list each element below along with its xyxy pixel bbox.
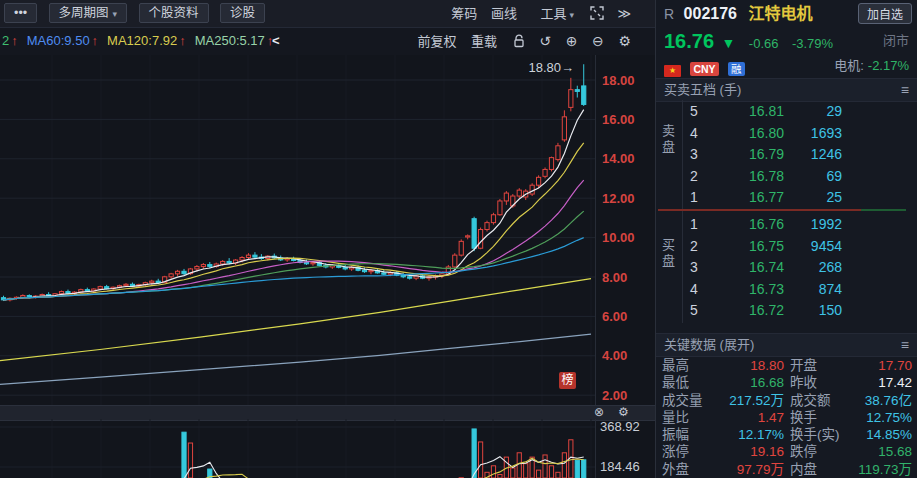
buy-sell-ratio-bar bbox=[658, 209, 906, 211]
stock-name: 江特电机 bbox=[748, 5, 812, 22]
volume-chart-canvas[interactable]: 368.92184.46 bbox=[0, 419, 655, 478]
buy-orders-list: 116.761992216.759454316.74268416.7387451… bbox=[656, 214, 917, 322]
order-volume: 69 bbox=[784, 166, 842, 188]
orderbook-row[interactable]: 516.8129 bbox=[656, 101, 917, 123]
stat-value: 17.42 bbox=[832, 374, 912, 391]
quote-panel: R 002176 江特电机 加自选 16.76 ▼ -0.66 -3.79% 闭… bbox=[655, 0, 917, 478]
stat-label: 成交额 bbox=[790, 392, 831, 409]
key-data-row: 最高18.80开盘17.70 bbox=[656, 357, 917, 374]
orderbook-row[interactable]: 116.761992 bbox=[656, 214, 917, 236]
diagnose-button[interactable]: 诊股 bbox=[220, 3, 265, 23]
settings-gear-icon[interactable]: ⚙ bbox=[618, 33, 631, 49]
order-price: 16.79 bbox=[706, 144, 784, 166]
collapse-legend-chevron[interactable]: < bbox=[272, 28, 280, 55]
price-row: 16.76 ▼ -0.66 -3.79% 闭市 bbox=[656, 27, 917, 55]
lock-icon[interactable] bbox=[513, 34, 525, 48]
order-volume: 1992 bbox=[784, 214, 842, 236]
orderbook-menu-icon[interactable]: ≡ bbox=[901, 79, 909, 101]
orderbook-row[interactable]: 316.791246 bbox=[656, 144, 917, 166]
order-volume: 268 bbox=[784, 257, 842, 279]
stat-label: 涨停 bbox=[662, 443, 689, 460]
sector-change: -2.17% bbox=[868, 58, 909, 73]
svg-text:4.00: 4.00 bbox=[602, 348, 627, 363]
key-data-row: 振幅12.17%换手(实)14.85% bbox=[656, 426, 917, 443]
order-level: 4 bbox=[684, 279, 704, 301]
stat-value: 12.17% bbox=[706, 426, 784, 443]
order-volume: 150 bbox=[784, 300, 842, 322]
margin-r-flag: R bbox=[664, 6, 674, 22]
svg-text:368.92: 368.92 bbox=[600, 419, 640, 434]
stat-label: 换手 bbox=[790, 409, 817, 426]
tools-menu-button[interactable]: 工具▾ bbox=[531, 6, 575, 21]
order-price: 16.80 bbox=[706, 123, 784, 145]
stat-value: 18.80 bbox=[706, 357, 784, 374]
svg-text:8.00: 8.00 bbox=[602, 270, 627, 285]
key-data-menu-icon[interactable]: ≡ bbox=[901, 334, 909, 356]
order-volume: 9454 bbox=[784, 236, 842, 258]
price-change: -0.66 bbox=[749, 36, 779, 51]
ma-legend-item: MA250:5.17 bbox=[195, 33, 265, 48]
key-data-row: 量比1.47换手12.75% bbox=[656, 409, 917, 426]
stat-label: 内盘 bbox=[790, 461, 817, 478]
fullscreen-icon[interactable] bbox=[590, 6, 604, 20]
stat-value: 97.79万 bbox=[706, 461, 784, 478]
svg-text:18.80→: 18.80→ bbox=[528, 60, 574, 75]
stock-app-window: ••• 多周期图▾ 个股资料 诊股 筹码 画线 工具▾ ≫ 2↑MA60:9.5… bbox=[0, 0, 917, 478]
svg-text:16.00: 16.00 bbox=[602, 112, 635, 127]
stat-value: 217.52万 bbox=[706, 392, 784, 409]
more-menu-button[interactable]: ••• bbox=[4, 3, 37, 23]
tools-label: 工具 bbox=[541, 6, 567, 21]
add-to-watchlist-button[interactable]: 加自选 bbox=[858, 3, 912, 24]
close-pane-icon[interactable]: ⊗ bbox=[594, 405, 604, 419]
badges-row: ★ CNY 融 电机:-2.17% bbox=[656, 57, 917, 77]
key-data-row: 最低16.68昨收17.42 bbox=[656, 374, 917, 391]
orderbook-row[interactable]: 516.72150 bbox=[656, 300, 917, 322]
price-change-percent: -3.79% bbox=[792, 36, 833, 51]
chip-distribution-button[interactable]: 筹码 bbox=[451, 6, 477, 21]
cn-flag-icon: ★ bbox=[664, 65, 681, 77]
chevron-down-icon: ▾ bbox=[570, 10, 575, 20]
margin-trading-badge: 融 bbox=[728, 62, 745, 76]
order-level: 1 bbox=[684, 187, 704, 209]
order-level: 5 bbox=[684, 101, 704, 123]
orderbook-row[interactable]: 316.74268 bbox=[656, 257, 917, 279]
key-data-header[interactable]: 关键数据 (展开) ≡ bbox=[656, 333, 917, 357]
multi-period-button[interactable]: 多周期图▾ bbox=[49, 3, 128, 23]
chart-tools-group: 筹码 画线 工具▾ ≫ bbox=[441, 0, 631, 27]
sell-orders-list: 516.8129416.801693316.791246216.7869116.… bbox=[656, 101, 917, 209]
reload-button[interactable]: 重载 bbox=[471, 34, 497, 49]
orderbook-header[interactable]: 买卖五档 (手) ≡ bbox=[656, 78, 917, 102]
undo-icon[interactable]: ↺ bbox=[539, 33, 551, 49]
key-data-row: 涨停19.16跌停15.68 bbox=[656, 443, 917, 460]
stock-info-button[interactable]: 个股资料 bbox=[139, 3, 209, 23]
pane-settings-gear-icon[interactable]: ⚙ bbox=[618, 405, 629, 419]
stat-label: 昨收 bbox=[790, 374, 817, 391]
orderbook-title: 买卖五档 (手) bbox=[664, 82, 741, 97]
draw-line-button[interactable]: 画线 bbox=[491, 6, 517, 21]
key-data-row: 成交量217.52万成交额38.76亿 bbox=[656, 392, 917, 409]
zoom-in-icon[interactable]: ⊕ bbox=[566, 33, 578, 49]
order-price: 16.74 bbox=[706, 257, 784, 279]
order-price: 16.76 bbox=[706, 214, 784, 236]
orderbook-row[interactable]: 216.7869 bbox=[656, 166, 917, 188]
stat-label: 开盘 bbox=[790, 357, 817, 374]
orderbook-row[interactable]: 416.801693 bbox=[656, 123, 917, 145]
multi-period-label: 多周期图 bbox=[59, 6, 109, 20]
orderbook-row[interactable]: 416.73874 bbox=[656, 279, 917, 301]
order-level: 1 bbox=[684, 214, 704, 236]
ma-legend: 2↑MA60:9.50↑MA120:7.92↑MA250:5.17↑ bbox=[2, 28, 282, 55]
order-level: 3 bbox=[684, 144, 704, 166]
order-level: 5 bbox=[684, 300, 704, 322]
zoom-out-icon[interactable]: ⊖ bbox=[592, 33, 604, 49]
sector-quote[interactable]: 电机:-2.17% bbox=[834, 57, 909, 75]
more-panels-icon[interactable]: ≫ bbox=[617, 6, 631, 21]
rank-badge[interactable]: 榜 bbox=[559, 372, 576, 389]
forward-adjust-button[interactable]: 前复权 bbox=[417, 34, 456, 49]
orderbook-row[interactable]: 116.7725 bbox=[656, 187, 917, 209]
order-level: 4 bbox=[684, 123, 704, 145]
sector-label: 电机: bbox=[834, 58, 864, 73]
toolbar-primary: ••• 多周期图▾ 个股资料 诊股 筹码 画线 工具▾ ≫ bbox=[0, 0, 655, 28]
order-level: 3 bbox=[684, 257, 704, 279]
orderbook-row[interactable]: 216.759454 bbox=[656, 236, 917, 258]
main-chart-canvas[interactable]: 18.0016.0014.0012.0010.008.006.004.002.0… bbox=[0, 55, 655, 405]
